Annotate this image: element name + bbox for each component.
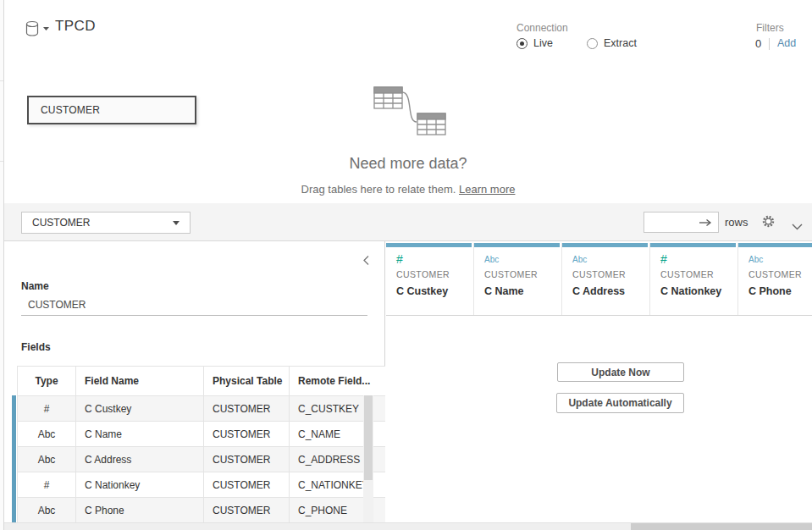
string-type-icon: Abc <box>748 255 763 264</box>
physical-table-cell: CUSTOMER <box>204 447 290 472</box>
field-name-cell: C Address <box>76 447 204 472</box>
remote-field-cell: C_NAME <box>290 422 391 447</box>
radio-selected-icon <box>516 38 528 49</box>
empty-canvas-subtext: Drag tables here to relate them. Learn m… <box>4 183 812 196</box>
string-type-icon: Abc <box>18 498 76 523</box>
column-field-label: C Name <box>484 285 561 297</box>
connection-section-label: Connection <box>516 22 568 34</box>
string-type-icon: Abc <box>572 255 587 264</box>
field-row-c-address[interactable]: Abc C Address CUSTOMER C_ADDRESS <box>18 447 391 472</box>
column-accent-bar <box>386 243 472 247</box>
grid-column-c-address[interactable]: Abc CUSTOMER C Address <box>562 243 650 315</box>
column-accent-bar <box>738 243 812 247</box>
pane-divider <box>0 80 3 81</box>
connection-live-radio[interactable]: Live <box>516 37 553 49</box>
chevron-down-icon <box>792 224 803 230</box>
selected-rows-accent-bar <box>12 395 16 530</box>
empty-canvas-title: Need more data? <box>4 155 812 173</box>
chevron-down-icon <box>43 27 49 30</box>
column-field-label: C Nationkey <box>660 285 737 297</box>
logical-table-label: CUSTOMER <box>29 104 100 116</box>
radio-label: Extract <box>604 37 637 49</box>
pane-divider <box>0 161 3 162</box>
table-selector-value: CUSTOMER <box>32 217 90 229</box>
fields-metadata-table: Type Field Name Physical Table Remote Fi… <box>17 366 391 530</box>
number-type-icon: # <box>396 252 403 266</box>
rows-label: rows <box>725 216 748 229</box>
column-table-label: CUSTOMER <box>660 269 737 279</box>
data-grid-panel: # CUSTOMER C Custkey Abc CUSTOMER C Name… <box>385 241 812 530</box>
field-row-c-name[interactable]: Abc C Name CUSTOMER C_NAME <box>18 422 391 447</box>
data-grid-header-row: # CUSTOMER C Custkey Abc CUSTOMER C Name… <box>386 243 812 316</box>
column-accent-bar <box>650 243 736 247</box>
horizontal-scrollbar[interactable] <box>4 522 812 530</box>
column-header-remote: Remote Field... <box>290 367 391 396</box>
filters-count: 0 <box>755 37 761 50</box>
table-selector-dropdown[interactable]: CUSTOMER <box>21 212 191 234</box>
column-field-label: C Address <box>572 285 649 297</box>
scrollbar-thumb[interactable] <box>364 395 373 480</box>
fields-table-header-row: Type Field Name Physical Table Remote Fi… <box>18 367 391 396</box>
row-count-input[interactable] <box>644 212 719 233</box>
name-label: Name <box>21 280 49 292</box>
physical-table-cell: CUSTOMER <box>204 422 290 447</box>
field-row-c-phone[interactable]: Abc C Phone CUSTOMER C_PHONE <box>18 498 391 523</box>
column-header-ptable: Physical Table <box>204 367 290 396</box>
scrollbar-thumb[interactable] <box>631 523 812 530</box>
column-table-label: CUSTOMER <box>748 269 812 279</box>
field-name-cell: C Name <box>76 422 204 447</box>
number-type-icon: # <box>18 396 76 422</box>
remote-field-cell: C_NATIONKEY <box>290 472 391 498</box>
collapse-grid-button[interactable] <box>792 218 803 234</box>
number-type-icon: # <box>18 472 76 498</box>
field-name-cell: C Custkey <box>76 396 204 422</box>
column-field-label: C Phone <box>748 285 812 297</box>
grid-column-c-nationkey[interactable]: # CUSTOMER C Nationkey <box>650 243 738 315</box>
grid-settings-button[interactable] <box>761 214 776 232</box>
grid-column-c-phone[interactable]: Abc CUSTOMER C Phone <box>738 243 812 315</box>
column-field-label: C Custkey <box>396 285 473 297</box>
collapse-panel-button[interactable] <box>361 252 372 271</box>
physical-table-cell: CUSTOMER <box>204 498 290 523</box>
physical-table-cell: CUSTOMER <box>204 396 290 422</box>
grid-column-c-name[interactable]: Abc CUSTOMER C Name <box>474 243 562 315</box>
radio-unselected-icon <box>587 38 598 49</box>
filters-section-label: Filters <box>756 22 784 34</box>
chevron-left-icon <box>362 255 370 266</box>
remote-field-cell: C_CUSTKEY <box>290 396 391 422</box>
learn-more-link[interactable]: Learn more <box>459 183 515 196</box>
table-details-panel: Name Fields Type Field Name Physical Tab… <box>4 241 385 530</box>
remote-field-cell: C_ADDRESS <box>290 447 391 472</box>
fields-table-scrollbar[interactable] <box>363 395 373 530</box>
field-name-cell: C Phone <box>76 498 204 523</box>
fields-label: Fields <box>21 341 51 353</box>
string-type-icon: Abc <box>18 422 76 447</box>
relationship-canvas: CUSTOMER Need more data? <box>4 65 812 204</box>
submit-arrow-icon[interactable] <box>699 218 712 227</box>
grid-column-c-custkey[interactable]: # CUSTOMER C Custkey <box>386 243 474 315</box>
logical-table-customer[interactable]: CUSTOMER <box>27 96 196 124</box>
column-table-label: CUSTOMER <box>396 269 473 279</box>
column-table-label: CUSTOMER <box>572 269 649 279</box>
column-header-type: Type <box>18 367 76 396</box>
add-filter-link[interactable]: Add <box>777 37 796 49</box>
gear-icon <box>761 214 776 229</box>
field-row-c-nationkey[interactable]: # C Nationkey CUSTOMER C_NATIONKEY <box>18 472 391 498</box>
relate-tables-illustration-icon <box>371 83 449 139</box>
physical-table-cell: CUSTOMER <box>204 472 290 498</box>
field-name-cell: C Nationkey <box>76 472 204 498</box>
connection-extract-radio[interactable]: Extract <box>587 37 637 49</box>
datasource-title[interactable]: TPCD <box>55 18 96 35</box>
column-table-label: CUSTOMER <box>484 269 561 279</box>
update-automatically-button[interactable]: Update Automatically <box>556 393 684 413</box>
string-type-icon: Abc <box>484 255 499 264</box>
chevron-down-icon <box>173 221 180 225</box>
column-accent-bar <box>474 243 560 247</box>
field-row-c-custkey[interactable]: # C Custkey CUSTOMER C_CUSTKEY <box>18 396 391 422</box>
table-name-input[interactable] <box>21 294 367 316</box>
datasource-menu-button[interactable] <box>23 19 55 41</box>
database-icon <box>23 19 55 41</box>
divider <box>769 38 770 50</box>
tableau-datasource-page: TPCD Connection Live Extract Filters 0 A… <box>0 0 812 530</box>
update-now-button[interactable]: Update Now <box>557 362 684 382</box>
